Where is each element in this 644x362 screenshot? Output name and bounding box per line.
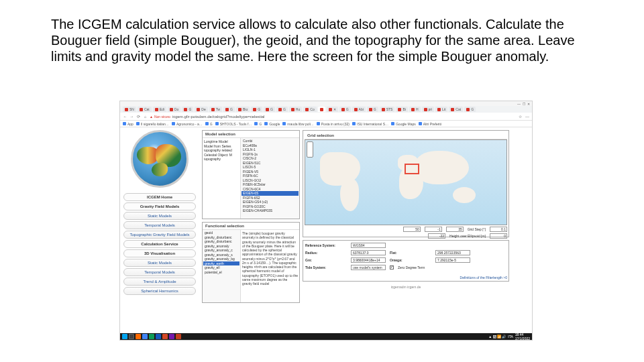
task-icon[interactable]: [136, 334, 141, 339]
gridstep-input[interactable]: 0.1: [490, 227, 507, 232]
bookmark-item[interactable]: Il sigarello italian…: [136, 122, 169, 126]
tab-strip: SNCatEdiDoGDeTwGBioGGGHoCo✕GAbiGSTSBiHpr…: [120, 106, 532, 113]
browser-tab[interactable]: Edi: [153, 107, 166, 112]
functional-option[interactable]: potential_el: [203, 270, 239, 275]
tray-icons[interactable]: ▲ 🗟 📶 🔊: [488, 335, 506, 339]
task-icon[interactable]: [156, 334, 161, 339]
height-input[interactable]: 0: [490, 233, 507, 239]
browser-tab[interactable]: G: [367, 107, 378, 112]
task-icon[interactable]: [142, 334, 148, 339]
taskbar-date[interactable]: 17/1/2022: [515, 337, 530, 341]
browser-tab[interactable]: Cat: [138, 107, 152, 112]
bookmark-item[interactable]: ISU International S…: [352, 122, 388, 126]
bookmark-item[interactable]: Agronomico - a…: [172, 122, 203, 126]
bookmark-item[interactable]: Google: [264, 122, 280, 126]
bookmark-item[interactable]: G: [254, 122, 262, 126]
back-icon[interactable]: ←: [123, 114, 127, 119]
flat-input[interactable]: 298.257223563: [435, 250, 470, 255]
browser-tab[interactable]: SN: [123, 107, 136, 112]
reload-icon[interactable]: ⟳: [136, 114, 141, 119]
earth-globe-image: [131, 130, 189, 188]
functional-selection-heading: Functional selection: [203, 223, 299, 230]
browser-tab[interactable]: Ho: [289, 107, 302, 112]
browser-tab[interactable]: Do: [168, 107, 180, 112]
browser-tab[interactable]: Tw: [209, 107, 222, 112]
refsys-select[interactable]: WGS84: [351, 243, 386, 248]
omega-input[interactable]: 7.292115e-5: [435, 257, 470, 263]
task-icon[interactable]: [149, 334, 154, 339]
task-icon[interactable]: [169, 334, 174, 339]
search-icon[interactable]: [129, 334, 134, 339]
browser-tab[interactable]: STS: [380, 107, 395, 112]
sidebar-item[interactable]: 3D Visualisation: [123, 249, 196, 257]
sidebar-item[interactable]: Static Models: [123, 212, 196, 220]
lat-max-input[interactable]: 50: [403, 227, 421, 232]
bookmark-item[interactable]: mauda libw poli…: [282, 122, 313, 126]
bookmark-item[interactable]: Altri Preferiti: [419, 122, 441, 126]
browser-tab[interactable]: De: [195, 107, 207, 112]
home-icon[interactable]: ⌂: [143, 114, 148, 119]
sidebar-item[interactable]: Temporal Models: [123, 268, 196, 276]
task-icon[interactable]: [176, 334, 181, 339]
sidebar-item[interactable]: ICGEM Home: [123, 193, 196, 201]
bookmark-item[interactable]: Google Maps: [391, 122, 416, 126]
grid-selection-heading: Grid selection: [305, 132, 507, 139]
functional-list[interactable]: geoidgravity_disturbancgravity_disturban…: [203, 230, 240, 302]
browser-tab[interactable]: Abi: [352, 107, 366, 112]
sidebar-item[interactable]: Trend & Amplitude: [123, 278, 196, 286]
browser-tab[interactable]: G: [464, 107, 476, 112]
world-map[interactable]: [305, 139, 507, 225]
bookmark-item[interactable]: Posta in arrivo (32): [317, 122, 350, 126]
forward-icon[interactable]: →: [129, 114, 134, 119]
map-zoom-control[interactable]: [307, 141, 313, 158]
browser-tab[interactable]: G: [223, 107, 235, 112]
browser-tab[interactable]: Lit: [435, 107, 447, 112]
browser-tab[interactable]: Bio: [236, 107, 250, 112]
browser-tab[interactable]: G: [264, 107, 275, 112]
tide-select[interactable]: use model's system: [351, 265, 386, 270]
lat-min-input[interactable]: -22: [428, 233, 445, 239]
sidebar-item[interactable]: Calculation Service: [123, 240, 196, 248]
lon-max-input[interactable]: 35: [446, 227, 464, 232]
browser-tab[interactable]: pri: [422, 107, 435, 112]
task-icon[interactable]: [162, 334, 168, 339]
gm-input[interactable]: 3.986004418e+14: [351, 257, 386, 263]
minimize-icon[interactable]: —: [517, 102, 521, 106]
browser-tab[interactable]: Bi: [396, 107, 407, 112]
security-warning[interactable]: ▲ Non sicuro: [150, 115, 170, 119]
taskbar-lang[interactable]: ITA: [508, 335, 513, 339]
extensions-icon[interactable]: ⋯: [525, 114, 529, 119]
sidebar-item[interactable]: Static Models: [123, 259, 196, 267]
model-option[interactable]: EIGEN-CHAMP03S: [241, 208, 299, 213]
browser-tab[interactable]: G: [276, 107, 288, 112]
browser-tab[interactable]: G: [339, 107, 351, 112]
functional-option[interactable]: gravity_anomaly_bg: [203, 257, 239, 261]
sidebar-item[interactable]: Temporal Models: [123, 221, 196, 229]
model-list[interactable]: CombiECo408aLIGLN-1FIGFN-1sCISCN-2EIGEN-…: [240, 138, 299, 219]
browser-tab[interactable]: G: [251, 107, 262, 112]
browser-tab[interactable]: [318, 107, 325, 112]
browser-tab[interactable]: Co: [303, 107, 316, 112]
bookmark-item[interactable]: App: [123, 122, 133, 126]
bookmark-item[interactable]: G: [205, 122, 213, 126]
browser-tab[interactable]: Cat: [449, 107, 463, 112]
filter-definitions-link[interactable]: Definitions of the Filterlength >0: [303, 274, 508, 281]
sidebar-item[interactable]: Gravity Field Models: [123, 202, 196, 210]
radius-input[interactable]: 6378137.0: [351, 250, 386, 255]
sidebar-item[interactable]: Topographic Gravity Field Models: [123, 231, 196, 239]
sidebar-item[interactable]: Spherical Harmonics: [123, 287, 196, 295]
maximize-icon[interactable]: ☐: [523, 102, 525, 106]
map-selection-box[interactable]: [405, 164, 419, 174]
model-selection-heading: Model selection: [203, 131, 299, 138]
browser-tab[interactable]: ✕: [327, 107, 338, 112]
lon-min-input[interactable]: -1: [425, 227, 442, 232]
browser-tab[interactable]: G: [182, 107, 193, 112]
browser-tab[interactable]: H: [409, 107, 421, 112]
bookmarks-bar: AppIl sigarello italian…Agronomico - a…G…: [120, 121, 532, 127]
bookmark-item[interactable]: SHTOOLS - Tools f…: [215, 122, 252, 126]
close-icon[interactable]: ✕: [527, 102, 530, 106]
url-field[interactable]: icgem.gfz-potsdam.de/calcgrid?modeltype=…: [172, 115, 516, 119]
zero-degree-checkbox[interactable]: [390, 265, 394, 269]
start-icon[interactable]: [122, 334, 127, 339]
bookmark-star-icon[interactable]: ☆: [518, 114, 523, 119]
